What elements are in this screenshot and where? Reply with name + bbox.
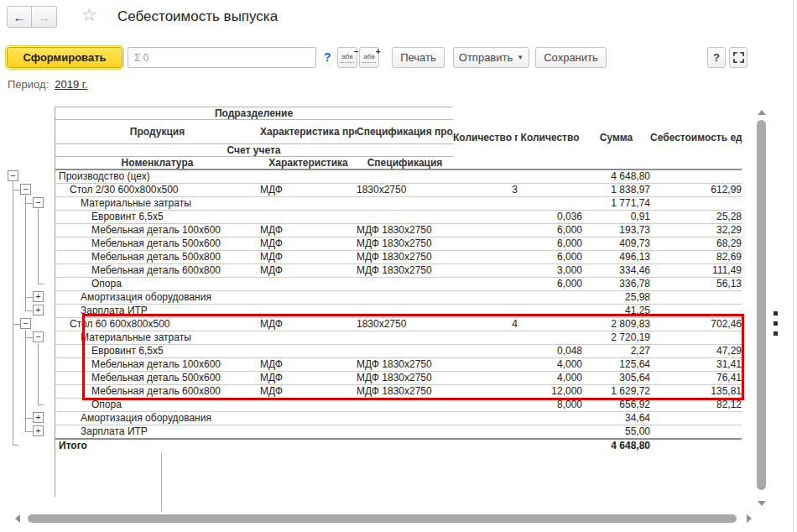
cell-unit-cost[interactable]: 82,69 xyxy=(650,251,742,264)
cell-sum[interactable]: 4 648,80 xyxy=(582,170,650,184)
cell-characteristic[interactable] xyxy=(260,291,357,305)
cell-characteristic[interactable] xyxy=(260,412,357,425)
cell-sum[interactable]: 34,64 xyxy=(582,412,650,425)
cell-nomenclature[interactable]: Евровинт 6,5x5 xyxy=(55,211,260,224)
report-row[interactable]: Евровинт 6,5x50,0360,9125,28 xyxy=(55,211,742,224)
cell-nomenclature[interactable]: Мебельная деталь 500x800 xyxy=(55,251,260,264)
fullscreen-button[interactable] xyxy=(729,47,748,68)
panel-splitter-grip[interactable] xyxy=(774,321,778,326)
cell-nomenclature[interactable]: Амортизация оборудования xyxy=(55,412,260,425)
back-button[interactable]: ← xyxy=(7,6,32,28)
cell-sum[interactable]: 4 648,80 xyxy=(582,439,650,452)
autosum-field[interactable]: Σ 0 xyxy=(128,47,316,68)
cell-unit-cost[interactable]: 56,13 xyxy=(650,278,742,291)
cell-qty[interactable]: 6,000 xyxy=(518,251,582,264)
cell-unit-cost[interactable] xyxy=(650,425,742,440)
cell-qty[interactable] xyxy=(518,291,582,305)
cell-specification[interactable] xyxy=(357,278,453,291)
cell-qty-products[interactable] xyxy=(453,237,518,251)
cell-sum[interactable]: 55,00 xyxy=(582,425,650,440)
cell-unit-cost[interactable] xyxy=(650,291,742,305)
report-row[interactable]: Мебельная деталь 600x800МДФМДФ 1830x2750… xyxy=(55,264,742,278)
hscroll-right-icon[interactable] xyxy=(747,514,752,523)
cell-qty[interactable] xyxy=(518,184,582,197)
favorite-star-icon[interactable]: ☆ xyxy=(81,5,97,25)
cell-specification[interactable]: МДФ 1830x2750 xyxy=(357,224,453,237)
cell-qty-products[interactable] xyxy=(453,211,518,224)
cell-specification[interactable] xyxy=(357,439,453,452)
send-button[interactable]: Отправить▼ xyxy=(453,47,529,68)
cell-unit-cost[interactable]: 32,29 xyxy=(650,224,742,237)
cell-characteristic[interactable]: МДФ xyxy=(260,184,357,197)
cell-qty-products[interactable] xyxy=(453,291,518,305)
cell-characteristic[interactable]: МДФ xyxy=(260,224,357,237)
cell-characteristic[interactable]: МДФ xyxy=(260,251,357,264)
cell-qty[interactable]: 6,000 xyxy=(518,278,582,291)
cell-qty[interactable] xyxy=(518,412,582,425)
cell-qty[interactable] xyxy=(518,439,582,452)
cell-nomenclature[interactable]: Мебельная деталь 600x800 xyxy=(55,264,260,278)
cell-qty-products[interactable]: 3 xyxy=(453,184,518,197)
report-row[interactable]: Зарплата ИТР55,00 xyxy=(55,425,742,440)
cell-qty[interactable] xyxy=(518,197,582,211)
cell-qty-products[interactable] xyxy=(453,278,518,291)
forward-button[interactable]: → xyxy=(32,6,57,28)
report-row[interactable]: Амортизация оборудования34,64 xyxy=(55,412,742,425)
print-button[interactable]: Печать xyxy=(392,47,445,68)
cell-specification[interactable]: МДФ 1830x2750 xyxy=(357,251,453,264)
cell-characteristic[interactable]: МДФ xyxy=(260,264,357,278)
cell-nomenclature[interactable]: Итого xyxy=(55,439,260,452)
vscroll-down-icon[interactable] xyxy=(758,501,766,506)
period-value-link[interactable]: 2019 г. xyxy=(55,78,87,91)
cell-qty-products[interactable] xyxy=(453,224,518,237)
cell-qty-products[interactable] xyxy=(453,439,518,452)
cell-unit-cost[interactable]: 612,99 xyxy=(650,184,742,197)
cell-unit-cost[interactable] xyxy=(650,439,742,452)
cell-specification[interactable]: 1830x2750 xyxy=(357,184,453,197)
cell-nomenclature[interactable]: Опора xyxy=(55,278,260,291)
collapse-toggle-icon[interactable]: − xyxy=(33,331,44,342)
report-row[interactable]: Материальные затраты1 771,74 xyxy=(55,197,742,211)
cell-sum[interactable]: 409,73 xyxy=(582,237,650,251)
collapse-toggle-icon[interactable]: − xyxy=(33,197,44,208)
save-button[interactable]: Сохранить xyxy=(535,47,607,68)
cell-unit-cost[interactable]: 111,49 xyxy=(650,264,742,278)
generate-button[interactable]: Сформировать xyxy=(7,47,122,68)
cell-qty-products[interactable] xyxy=(453,412,518,425)
cell-nomenclature[interactable]: Материальные затраты xyxy=(55,197,260,211)
cell-characteristic[interactable] xyxy=(260,439,357,452)
hscroll-left-icon[interactable] xyxy=(15,514,20,523)
cell-nomenclature[interactable]: Мебельная деталь 100x600 xyxy=(55,224,260,237)
cell-unit-cost[interactable] xyxy=(650,412,742,425)
cell-sum[interactable]: 0,91 xyxy=(582,211,650,224)
cell-nomenclature[interactable]: Зарплата ИТР xyxy=(55,425,260,440)
cell-characteristic[interactable] xyxy=(260,278,357,291)
vscroll-up-icon[interactable] xyxy=(758,110,766,115)
expand-toggle-icon[interactable]: + xyxy=(33,291,44,302)
vertical-scrollbar[interactable] xyxy=(757,120,766,490)
expand-toggle-icon[interactable]: + xyxy=(33,425,44,436)
cell-qty[interactable]: 6,000 xyxy=(518,237,582,251)
cell-qty[interactable] xyxy=(518,170,582,184)
cell-specification[interactable] xyxy=(357,425,453,440)
cell-specification[interactable] xyxy=(357,197,453,211)
cell-unit-cost[interactable] xyxy=(650,170,742,184)
cell-qty-products[interactable] xyxy=(453,251,518,264)
cell-specification[interactable]: МДФ 1830x2750 xyxy=(357,264,453,278)
panel-splitter-grip[interactable] xyxy=(774,311,778,316)
cell-qty[interactable]: 3,000 xyxy=(518,264,582,278)
cell-sum[interactable]: 496,13 xyxy=(582,251,650,264)
cell-specification[interactable] xyxy=(357,291,453,305)
report-row[interactable]: Производство (цех)4 648,80 xyxy=(55,170,742,184)
cell-nomenclature[interactable]: Производство (цех) xyxy=(55,170,260,184)
cell-sum[interactable]: 25,98 xyxy=(582,291,650,305)
report-row[interactable]: Амортизация оборудования25,98 xyxy=(55,291,742,305)
cell-specification[interactable] xyxy=(357,211,453,224)
expand-toggle-icon[interactable]: + xyxy=(33,412,44,423)
report-row[interactable]: Мебельная деталь 500x800МДФМДФ 1830x2750… xyxy=(55,251,742,264)
report-row[interactable]: Мебельная деталь 500x600МДФМДФ 1830x2750… xyxy=(55,237,742,251)
horizontal-scrollbar[interactable] xyxy=(28,514,737,523)
report-row[interactable]: Мебельная деталь 100x600МДФМДФ 1830x2750… xyxy=(55,224,742,237)
cell-nomenclature[interactable]: Мебельная деталь 500x600 xyxy=(55,237,260,251)
cell-characteristic[interactable]: МДФ xyxy=(260,237,357,251)
